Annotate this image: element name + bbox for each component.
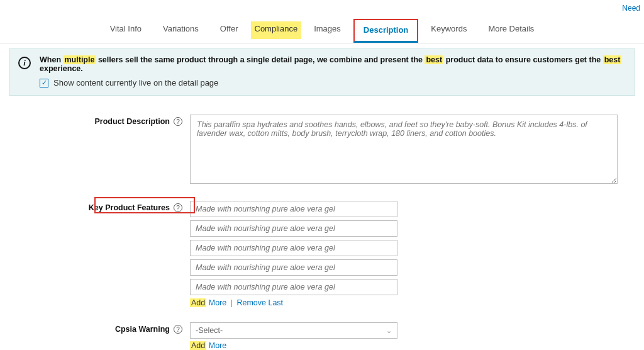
info-highlight-best1: best	[425, 55, 443, 64]
info-highlight-multiple: multiple	[64, 55, 96, 64]
help-link[interactable]: Need	[622, 4, 640, 13]
info-highlight-best2: best	[603, 55, 622, 64]
product-description-label: Product Description ?	[25, 115, 182, 126]
form-area: Product Description ? Key Product Featur…	[0, 96, 644, 350]
info-text-mid1: sellers sell the same product through a …	[96, 55, 425, 64]
cpsia-label: Cpsia Warning ?	[25, 322, 182, 334]
separator: |	[229, 298, 235, 307]
feature-input-4[interactable]	[190, 259, 397, 276]
cpsia-select[interactable]: -Select- ⌄	[190, 322, 397, 339]
tab-description[interactable]: Description	[355, 20, 418, 41]
add-label: Add	[190, 341, 206, 350]
cpsia-label-text: Cpsia Warning	[115, 325, 170, 334]
cpsia-add-more-link[interactable]: More	[209, 341, 226, 350]
tab-bar: Vital Info Variations Offer Compliance I…	[0, 0, 644, 43]
add-more-link[interactable]: More	[209, 298, 226, 307]
cpsia-selected-value: -Select-	[196, 326, 223, 335]
info-text-prefix: When	[40, 55, 64, 64]
feature-input-1[interactable]	[190, 201, 397, 217]
product-description-input[interactable]	[190, 115, 618, 184]
help-icon[interactable]: ?	[174, 325, 182, 334]
tab-images[interactable]: Images	[305, 19, 350, 43]
tab-offer[interactable]: Offer	[211, 19, 247, 43]
chevron-down-icon: ⌄	[386, 327, 392, 335]
key-features-highlight-box	[94, 197, 195, 213]
info-message: When multiple sellers sell the same prod…	[40, 55, 626, 73]
tab-vital-info[interactable]: Vital Info	[101, 19, 150, 43]
info-text-mid2: product data to ensure customers get the	[443, 55, 603, 64]
tab-compliance[interactable]: Compliance	[251, 21, 302, 39]
add-label: Add	[190, 298, 206, 307]
feature-input-5[interactable]	[190, 279, 397, 295]
feature-input-3[interactable]	[190, 240, 397, 256]
info-icon: i	[18, 57, 31, 69]
feature-input-2[interactable]	[190, 220, 397, 237]
info-banner: i When multiple sellers sell the same pr…	[9, 48, 635, 96]
info-text-suffix: experience.	[40, 64, 83, 73]
tab-keywords[interactable]: Keywords	[422, 19, 475, 43]
show-live-label: Show content currently live on the detai…	[53, 78, 218, 88]
tab-description-highlight: Description	[353, 19, 419, 43]
remove-last-link[interactable]: Remove Last	[236, 298, 283, 307]
tab-variations[interactable]: Variations	[154, 19, 208, 43]
tab-more-details[interactable]: More Details	[479, 19, 543, 43]
cpsia-actions: Add More	[190, 341, 619, 350]
feature-actions: Add More | Remove Last	[190, 298, 619, 307]
show-live-checkbox[interactable]: ✓	[40, 79, 48, 88]
key-features-label: Key Product Features ?	[25, 201, 182, 212]
help-icon[interactable]: ?	[174, 117, 182, 126]
product-description-label-text: Product Description	[95, 117, 170, 126]
